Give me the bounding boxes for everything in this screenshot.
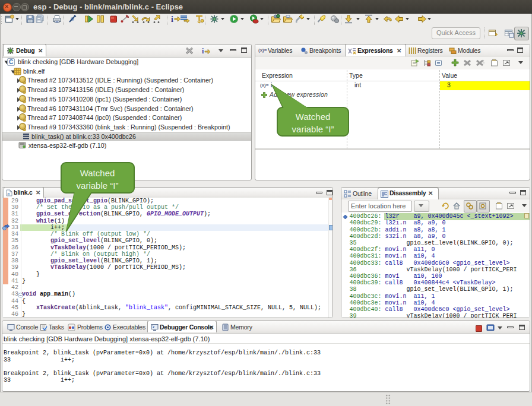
svg-text:Watched: Watched [296, 112, 331, 122]
svg-text:variable “I”: variable “I” [292, 124, 334, 134]
svg-text:variable “I”: variable “I” [77, 180, 119, 191]
svg-text:Watched: Watched [80, 168, 115, 178]
